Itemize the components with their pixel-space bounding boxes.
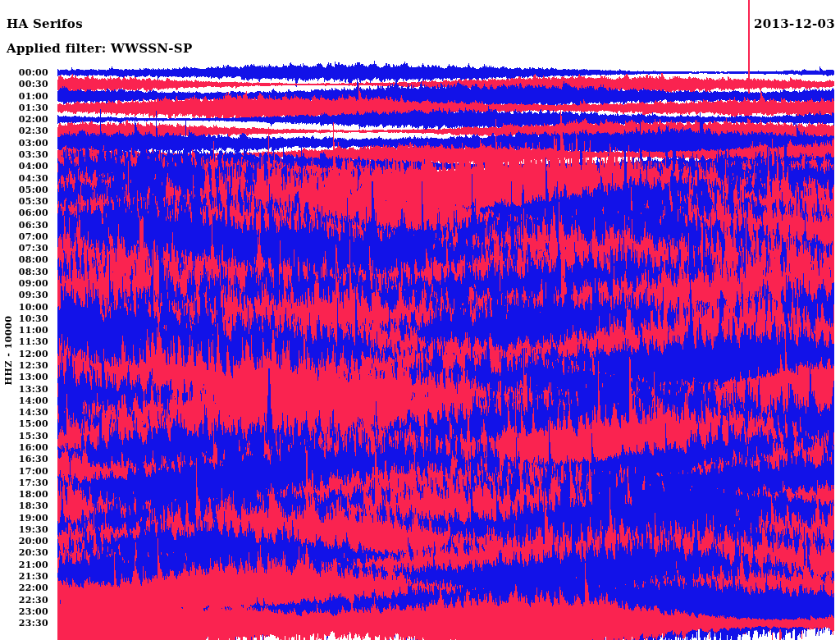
time-label: 00:00 <box>0 67 48 78</box>
time-label: 08:30 <box>0 267 48 277</box>
time-label: 12:30 <box>0 360 48 371</box>
time-label: 16:00 <box>0 442 48 453</box>
time-label: 06:30 <box>0 220 48 231</box>
time-label: 23:30 <box>0 618 48 629</box>
time-label: 06:00 <box>0 208 48 218</box>
time-label: 00:30 <box>0 79 48 89</box>
station-title: HA Serifos <box>7 16 83 31</box>
time-label: 03:00 <box>0 138 48 149</box>
time-label: 22:30 <box>0 595 48 606</box>
time-label: 17:00 <box>0 466 48 477</box>
time-label: 02:30 <box>0 126 48 136</box>
time-label: 15:30 <box>0 431 48 441</box>
time-label: 09:30 <box>0 290 48 300</box>
time-label: 08:00 <box>0 254 48 265</box>
time-label: 14:30 <box>0 407 48 418</box>
time-label: 10:30 <box>0 313 48 324</box>
time-label: 05:00 <box>0 185 48 195</box>
time-label: 18:30 <box>0 501 48 511</box>
time-label: 01:00 <box>0 91 48 102</box>
time-label: 12:00 <box>0 349 48 359</box>
time-label: 13:00 <box>0 372 48 382</box>
time-label: 07:00 <box>0 231 48 242</box>
time-label: 09:00 <box>0 278 48 289</box>
time-label: 17:30 <box>0 478 48 488</box>
time-label: 04:00 <box>0 161 48 171</box>
time-label: 18:00 <box>0 489 48 500</box>
time-label: 16:30 <box>0 454 48 464</box>
time-label: 20:30 <box>0 547 48 558</box>
time-label: 01:30 <box>0 103 48 113</box>
time-label: 23:00 <box>0 606 48 617</box>
filter-label: Applied filter: WWSSN-SP <box>7 41 193 56</box>
date-label: 2013-12-03 <box>754 16 835 31</box>
helicorder-view: HA Serifos 2013-12-03 Applied filter: WW… <box>0 0 840 640</box>
time-label: 03:30 <box>0 149 48 160</box>
time-label: 13:30 <box>0 384 48 395</box>
time-label: 05:30 <box>0 196 48 207</box>
time-label: 20:00 <box>0 536 48 546</box>
time-label: 10:00 <box>0 302 48 313</box>
time-label: 21:30 <box>0 571 48 582</box>
time-label: 04:30 <box>0 173 48 184</box>
time-label: 07:30 <box>0 243 48 254</box>
time-label: 19:30 <box>0 524 48 535</box>
time-label: 11:00 <box>0 325 48 336</box>
time-label: 15:00 <box>0 418 48 429</box>
time-label: 02:00 <box>0 114 48 125</box>
time-label: 14:00 <box>0 395 48 406</box>
time-label: 21:00 <box>0 560 48 570</box>
time-label: 11:30 <box>0 336 48 347</box>
time-label: 19:00 <box>0 513 48 523</box>
time-label: 22:00 <box>0 583 48 593</box>
seismogram-traces <box>0 0 840 640</box>
